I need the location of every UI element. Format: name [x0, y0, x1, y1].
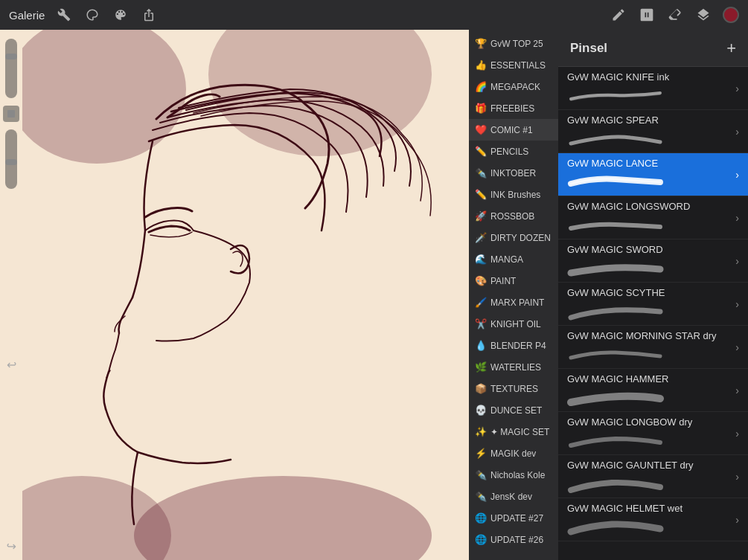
- brush-name: GvW MAGIC HELMET wet: [567, 503, 729, 514]
- brush-edit-icon[interactable]: ›: [735, 341, 739, 353]
- add-brush-button[interactable]: +: [726, 39, 736, 58]
- canvas-illustration: [22, 30, 465, 560]
- brush-list-item[interactable]: GvW MAGIC LONGSWORD ›: [558, 196, 748, 239]
- share-icon[interactable]: [140, 6, 158, 24]
- brush-set-label: Nicholas Kole: [490, 470, 545, 480]
- brush-list-container: Pinsel + GvW MAGIC KNIFE ink › GvW MAGIC…: [558, 30, 748, 560]
- brush-set-item[interactable]: 🌊 MANGA: [469, 248, 558, 270]
- sidebar-tool-1[interactable]: [3, 106, 19, 122]
- color-picker[interactable]: [723, 7, 739, 23]
- brush-list-item[interactable]: GvW MAGIC SCYTHE ›: [558, 283, 748, 326]
- brush-edit-icon[interactable]: ›: [735, 428, 739, 440]
- brush-list-item[interactable]: GvW MAGIC HELMET wet ›: [558, 498, 748, 541]
- brush-set-label: ✦ MAGIC SET: [490, 427, 549, 437]
- brush-info: GvW MAGIC HAMMER: [567, 373, 729, 407]
- brush-set-label: INK Brushes: [490, 190, 540, 200]
- brush-edit-icon[interactable]: ›: [735, 212, 739, 224]
- brush-set-label: KNIGHT OIL: [490, 319, 541, 329]
- brush-set-item[interactable]: 💀 DUNCE SET: [469, 399, 558, 421]
- pencil-tool-icon[interactable]: [610, 6, 627, 24]
- brush-edit-icon[interactable]: ›: [735, 514, 739, 526]
- brush-set-item[interactable]: 🌿 WATERLIES: [469, 356, 558, 378]
- wrench-icon[interactable]: [55, 6, 73, 24]
- brush-set-emoji: 📦: [475, 383, 487, 394]
- toolbar-left: Galerie: [9, 6, 598, 24]
- brush-edit-icon[interactable]: ›: [735, 471, 739, 483]
- brush-list-item[interactable]: GvW MAGIC GAUNTLET dry ›: [558, 455, 748, 498]
- brush-set-item[interactable]: ❤️ COMIC #1: [469, 119, 558, 141]
- smudge-tool-icon[interactable]: [638, 6, 656, 24]
- brush-set-item[interactable]: ✏️ PENCILS: [469, 141, 558, 162]
- stylize-icon[interactable]: [112, 6, 130, 24]
- undo-button[interactable]: ↩: [3, 357, 19, 373]
- brush-set-label: DUNCE SET: [490, 405, 542, 416]
- brush-set-emoji: ✒️: [475, 469, 487, 480]
- brush-info: GvW MAGIC SPEAR: [567, 115, 729, 148]
- brush-set-item[interactable]: 📦 TEXTURES: [469, 378, 558, 399]
- brush-edit-icon[interactable]: ›: [735, 169, 739, 181]
- brush-name: GvW MAGIC LANCE: [567, 158, 729, 169]
- brush-set-emoji: 🎨: [475, 275, 487, 286]
- brush-set-item[interactable]: ✒️ INKTOBER: [469, 162, 558, 184]
- brush-list-item[interactable]: GvW MAGIC LONGBOW dry ›: [558, 412, 748, 455]
- brush-preview: [567, 517, 664, 536]
- brush-list-item[interactable]: GvW MAGIC KNIFE ink ›: [558, 67, 748, 110]
- brush-edit-icon[interactable]: ›: [735, 384, 739, 396]
- eraser-tool-icon[interactable]: [666, 6, 684, 24]
- brush-set-label: UPDATE #27: [490, 513, 543, 524]
- brush-set-emoji: ✂️: [475, 318, 487, 329]
- brush-set-item[interactable]: ✂️ KNIGHT OIL: [469, 313, 558, 335]
- brush-edit-icon[interactable]: ›: [735, 126, 739, 138]
- brush-info: GvW MAGIC SWORD: [567, 244, 729, 277]
- brush-set-item[interactable]: 🗡️ DIRTY DOZEN: [469, 227, 558, 248]
- brush-set-item[interactable]: ✒️ Nicholas Kole: [469, 464, 558, 486]
- canvas-area[interactable]: [0, 30, 465, 560]
- brush-name: GvW MAGIC LONGBOW dry: [567, 416, 729, 428]
- brush-set-item[interactable]: ✒️ JensK dev: [469, 486, 558, 507]
- brush-set-item[interactable]: 🌈 MEGAPACK: [469, 76, 558, 97]
- brush-set-label: PAINT: [490, 276, 516, 286]
- brush-info: GvW MAGIC MORNING STAR dry: [567, 330, 729, 364]
- brush-name: GvW MAGIC SPEAR: [567, 115, 729, 126]
- panel-header: Pinsel +: [558, 30, 748, 67]
- brush-list-item[interactable]: GvW MAGIC HAMMER ›: [558, 369, 748, 412]
- brush-set-label: ESSENTIALS: [490, 60, 546, 71]
- svg-point-3: [134, 476, 432, 560]
- brush-list-item[interactable]: GvW MAGIC LANCE ›: [558, 153, 748, 196]
- brush-preview: [567, 215, 664, 234]
- brush-set-item[interactable]: 💧 BLENDER P4: [469, 335, 558, 356]
- galerie-title[interactable]: Galerie: [9, 9, 45, 22]
- brush-set-emoji: 🏆: [475, 38, 487, 49]
- brush-set-item[interactable]: 🚀 ROSSBOB: [469, 205, 558, 227]
- brush-list-item[interactable]: GvW MAGIC SPEAR ›: [558, 110, 748, 153]
- brush-edit-icon[interactable]: ›: [735, 255, 739, 267]
- svg-point-4: [22, 476, 171, 560]
- brush-set-label: PENCILS: [490, 147, 528, 157]
- brush-set-label: TEXTURES: [490, 384, 538, 394]
- brush-size-slider[interactable]: [5, 39, 17, 98]
- brush-list-item[interactable]: GvW MAGIC SWORD ›: [558, 239, 748, 283]
- redo-button[interactable]: ↩: [3, 538, 19, 554]
- brush-set-item[interactable]: ✏️ INK Brushes: [469, 184, 558, 205]
- brush-set-item[interactable]: ⚡ MAGIK dev: [469, 442, 558, 464]
- brush-edit-icon[interactable]: ›: [735, 298, 739, 310]
- brush-set-item[interactable]: 🏆 GvW TOP 25: [469, 33, 558, 54]
- brush-set-label: INKTOBER: [490, 168, 536, 178]
- brush-set-item[interactable]: ✨ ✦ MAGIC SET: [469, 421, 558, 442]
- brush-edit-icon[interactable]: ›: [735, 83, 739, 94]
- brush-info: GvW MAGIC LANCE: [567, 158, 729, 191]
- brush-set-label: GvW TOP 25: [490, 39, 543, 49]
- brush-set-emoji: ✏️: [475, 189, 487, 200]
- brush-set-item[interactable]: 🖌️ MARX PAINT: [469, 292, 558, 313]
- layers-icon[interactable]: [694, 6, 712, 24]
- brush-set-item[interactable]: 🎨 PAINT: [469, 270, 558, 292]
- brush-set-item[interactable]: 🌐 UPDATE #26: [469, 529, 558, 550]
- brush-list-item[interactable]: GvW MAGIC MORNING STAR dry ›: [558, 326, 748, 369]
- brush-opacity-slider[interactable]: [5, 129, 17, 189]
- brush-set-item[interactable]: 👍 ESSENTIALS: [469, 54, 558, 76]
- brush-set-item[interactable]: 🌐 UPDATE #27: [469, 507, 558, 529]
- brush-name: GvW MAGIC SWORD: [567, 244, 729, 255]
- left-sidebar: ↩ ↩: [0, 30, 22, 560]
- settings-icon[interactable]: [83, 6, 101, 24]
- brush-set-item[interactable]: 🎁 FREEBIES: [469, 97, 558, 119]
